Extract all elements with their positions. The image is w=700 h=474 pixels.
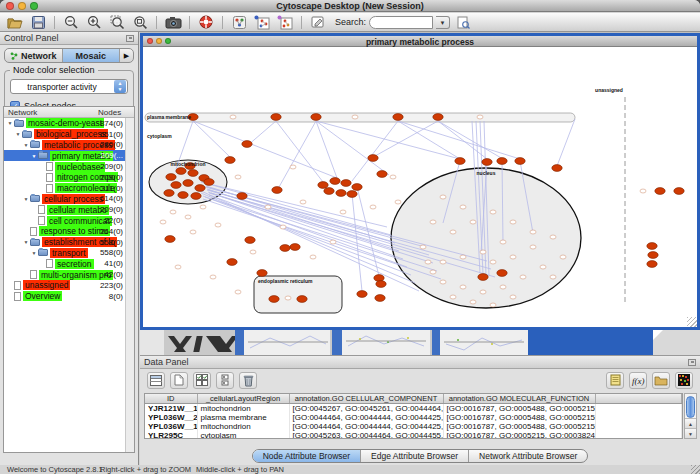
network-node[interactable] bbox=[265, 205, 271, 209]
tree-scrollbar[interactable] bbox=[125, 118, 134, 452]
search-dropdown-arrow[interactable]: ▼ bbox=[436, 16, 450, 29]
network-node[interactable] bbox=[520, 275, 526, 279]
network-node[interactable] bbox=[242, 141, 252, 148]
network-node[interactable] bbox=[490, 260, 496, 264]
expand-triangle-icon[interactable]: ▼ bbox=[22, 196, 30, 202]
network-node[interactable] bbox=[440, 195, 446, 199]
network-node[interactable] bbox=[647, 243, 657, 250]
tree-row[interactable]: ▼biological_process651(0) bbox=[4, 129, 125, 140]
tab-network[interactable]: Network bbox=[5, 49, 63, 62]
tab-overflow-arrow[interactable]: ▶ bbox=[120, 49, 133, 62]
network-node[interactable] bbox=[550, 275, 556, 279]
network-node[interactable] bbox=[515, 158, 525, 165]
snapshot-button[interactable] bbox=[163, 14, 183, 31]
window-titlebar[interactable]: Cytoscape Desktop (New Session) bbox=[0, 0, 700, 12]
tree-row[interactable]: ▼primary metabo209(... bbox=[4, 150, 125, 161]
network-node[interactable] bbox=[330, 178, 340, 185]
network-node[interactable] bbox=[430, 270, 436, 274]
network-node[interactable] bbox=[480, 250, 486, 254]
network-node[interactable] bbox=[352, 184, 362, 191]
network-node[interactable] bbox=[183, 180, 193, 187]
network-node[interactable] bbox=[271, 114, 281, 121]
attribute-mode-button[interactable] bbox=[216, 372, 234, 389]
table-scrollbar[interactable]: ▲ ▼ bbox=[684, 393, 697, 439]
network-node[interactable] bbox=[440, 260, 446, 264]
network-node[interactable] bbox=[377, 171, 387, 178]
network-node[interactable] bbox=[450, 295, 456, 299]
tree-row[interactable]: response to stimu264(0) bbox=[4, 226, 125, 237]
network-node[interactable] bbox=[245, 237, 255, 244]
table-row[interactable]: YPL036W__1mitochondrion[GO:0044464, GO:0… bbox=[145, 422, 682, 431]
network-node[interactable] bbox=[390, 175, 396, 179]
network-node[interactable] bbox=[280, 225, 286, 229]
attribute-notes-button[interactable] bbox=[606, 372, 624, 389]
network-node[interactable] bbox=[450, 230, 456, 234]
network-node[interactable] bbox=[530, 230, 536, 234]
scroll-down-button[interactable]: ▼ bbox=[685, 428, 696, 438]
annotation-button[interactable] bbox=[308, 14, 328, 31]
network-node[interactable] bbox=[376, 281, 386, 288]
table-column-header[interactable]: annotation.GO MOLECULAR_FUNCTION bbox=[443, 394, 595, 404]
network-node[interactable] bbox=[510, 295, 516, 299]
select-attributes-button[interactable] bbox=[193, 372, 211, 389]
network-node[interactable] bbox=[318, 182, 328, 189]
network-node[interactable] bbox=[460, 205, 466, 209]
network-node[interactable] bbox=[188, 170, 198, 177]
network-node[interactable] bbox=[375, 295, 385, 302]
network-node[interactable] bbox=[510, 255, 516, 259]
tree-row[interactable]: multi-organism pro42(0) bbox=[4, 269, 125, 280]
network-node[interactable] bbox=[340, 210, 346, 214]
network-node[interactable] bbox=[510, 220, 516, 224]
tab-network-attribute-browser[interactable]: Network Attribute Browser bbox=[469, 450, 587, 462]
network-node[interactable] bbox=[215, 223, 221, 227]
tree-row[interactable]: Overview8(0) bbox=[4, 291, 125, 302]
network-node[interactable] bbox=[324, 188, 334, 195]
tab-node-attribute-browser[interactable]: Node Attribute Browser bbox=[253, 450, 361, 462]
network-node[interactable] bbox=[210, 275, 216, 279]
select-all-rows-button[interactable] bbox=[147, 372, 165, 389]
network-node[interactable] bbox=[540, 265, 546, 269]
network-node[interactable] bbox=[164, 190, 174, 197]
table-column-header[interactable]: ID bbox=[145, 394, 197, 404]
tree-row[interactable]: unassigned223(0) bbox=[4, 280, 125, 291]
tree-row[interactable]: macromolecule311(0) bbox=[4, 183, 125, 194]
heatmap-button[interactable] bbox=[675, 372, 693, 389]
network-node[interactable] bbox=[477, 115, 483, 119]
network-node[interactable] bbox=[237, 193, 247, 200]
vizmapper-button[interactable] bbox=[229, 14, 249, 31]
tree-row[interactable]: ▼transport558(0) bbox=[4, 248, 125, 259]
network-node[interactable] bbox=[374, 275, 384, 282]
apply-vizmap-button[interactable] bbox=[275, 14, 295, 31]
network-node[interactable] bbox=[235, 175, 241, 179]
network-node[interactable] bbox=[175, 265, 181, 269]
tree-row[interactable]: ▼establishment of lo558(0) bbox=[4, 237, 125, 248]
network-node[interactable] bbox=[297, 296, 307, 303]
apply-layout-button[interactable] bbox=[252, 14, 272, 31]
network-node[interactable] bbox=[552, 165, 562, 172]
zoom-fit-button[interactable] bbox=[130, 14, 150, 31]
network-node[interactable] bbox=[460, 285, 466, 289]
network-node[interactable] bbox=[500, 285, 506, 289]
network-node[interactable] bbox=[674, 188, 684, 195]
network-node[interactable] bbox=[647, 261, 657, 268]
network-node[interactable] bbox=[310, 255, 316, 259]
tree-row[interactable]: cell communicat22(0) bbox=[4, 215, 125, 226]
network-node[interactable] bbox=[235, 290, 241, 294]
network-node[interactable] bbox=[497, 270, 507, 277]
network-node[interactable] bbox=[470, 220, 476, 224]
help-button[interactable] bbox=[196, 14, 216, 31]
zoom-selected-button[interactable] bbox=[107, 14, 127, 31]
tab-edge-attribute-browser[interactable]: Edge Attribute Browser bbox=[361, 450, 469, 462]
tree-row[interactable]: ▼cellular process614(0) bbox=[4, 194, 125, 205]
network-node[interactable] bbox=[368, 155, 378, 162]
expand-triangle-icon[interactable]: ▼ bbox=[30, 250, 38, 256]
network-node[interactable] bbox=[191, 193, 201, 200]
network-node[interactable] bbox=[280, 245, 290, 252]
network-node[interactable] bbox=[272, 187, 282, 194]
tree-row[interactable]: secretion41(0) bbox=[4, 258, 125, 269]
network-node[interactable] bbox=[490, 210, 496, 214]
table-row[interactable]: YPL036W__2plasma membrane[GO:0044464, GO… bbox=[145, 413, 682, 422]
zoom-in-button[interactable] bbox=[84, 14, 104, 31]
table-column-header[interactable]: annotation.GO CELLULAR_COMPONENT bbox=[289, 394, 443, 404]
network-node[interactable] bbox=[420, 245, 426, 249]
